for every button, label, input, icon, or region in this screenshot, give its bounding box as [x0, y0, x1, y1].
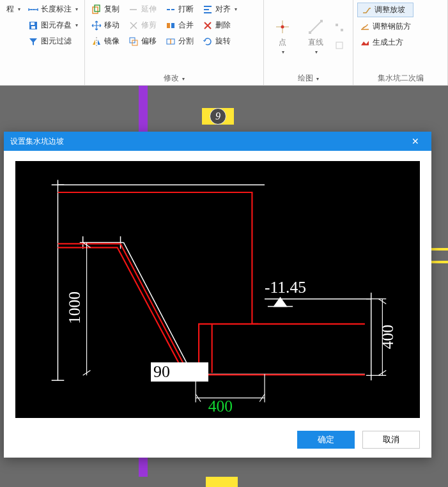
disk-icon — [28, 20, 38, 31]
svg-rect-1 — [31, 22, 35, 25]
adjust-rebar-button[interactable]: 调整钢筋方 — [357, 20, 413, 33]
ruler-icon — [28, 4, 38, 15]
split-icon — [166, 36, 176, 47]
ribbon-group-tools: 程▾ 长度标注▾ 图元存盘▾ 图元过滤 — [0, 0, 85, 85]
trim-icon — [128, 20, 139, 31]
misc-draw-icon-1[interactable] — [334, 22, 344, 33]
dim-bottom-width: 400 — [208, 397, 233, 415]
rotate-icon — [203, 36, 213, 47]
split-button[interactable]: 分割 — [163, 35, 196, 48]
group-label-draw: 绘图 ▾ — [268, 70, 349, 85]
close-icon: ✕ — [412, 136, 419, 146]
earth-icon — [360, 38, 370, 48]
rotate-button[interactable]: 旋转 — [200, 35, 240, 48]
dim-level: -11.45 — [265, 278, 306, 297]
svg-rect-4 — [95, 5, 100, 12]
merge-button[interactable]: 合并 — [163, 19, 196, 32]
bottom-strip — [0, 477, 448, 487]
chevron-down-icon: ▾ — [18, 6, 20, 12]
group-label-sump: 集水坑二次编 — [357, 70, 444, 85]
slope-icon — [362, 5, 372, 15]
dialog-footer: 确定 取消 — [4, 424, 431, 458]
svg-rect-15 — [336, 42, 343, 49]
ok-button[interactable]: 确定 — [297, 431, 355, 449]
dialog-titlebar: 设置集水坑边坡 ✕ — [4, 132, 431, 151]
section-drawing[interactable]: 1000 400 400 -11.45 — [15, 161, 420, 418]
dim-right-depth: 400 — [378, 325, 397, 349]
funnel-icon — [28, 36, 38, 47]
rebar-icon — [360, 22, 370, 32]
group-label-modify: 修改 ▾ — [89, 70, 259, 85]
extend-button: 延伸 — [126, 3, 159, 16]
mirror-icon — [91, 36, 102, 47]
dialog-title: 设置集水坑边坡 — [10, 136, 64, 147]
dim-left-depth: 1000 — [65, 291, 84, 324]
break-button[interactable]: 打断 — [163, 3, 196, 16]
filter-element-button[interactable]: 图元过滤 — [26, 35, 81, 48]
copy-button[interactable]: 复制 — [89, 3, 122, 16]
adjust-slope-button[interactable]: 调整放坡 — [357, 3, 413, 17]
merge-icon — [166, 20, 176, 31]
line-button[interactable]: 直线 ▾ — [301, 18, 330, 55]
chevron-down-icon: ▾ — [75, 22, 78, 28]
point-icon — [274, 18, 291, 36]
offset-icon — [128, 36, 139, 47]
delete-button[interactable]: 删除 — [200, 19, 240, 32]
cancel-button[interactable]: 取消 — [362, 431, 420, 449]
dialog-close-button[interactable]: ✕ — [406, 132, 425, 151]
align-button[interactable]: 对齐▾ — [200, 3, 240, 16]
svg-rect-12 — [320, 20, 323, 22]
ribbon-group-sump: 调整放坡 调整钢筋方 生成土方 集水坑二次编 — [353, 0, 448, 85]
chevron-down-icon: ▾ — [282, 49, 284, 55]
generate-earth-button[interactable]: 生成土方 — [357, 36, 413, 49]
line-icon — [307, 18, 325, 36]
move-button[interactable]: 移动 — [89, 19, 122, 32]
chevron-down-icon: ▾ — [315, 49, 318, 55]
misc-draw-icon-2[interactable] — [334, 40, 344, 50]
chevron-down-icon: ▾ — [235, 6, 237, 12]
svg-rect-2 — [31, 26, 35, 29]
svg-point-10 — [281, 26, 284, 29]
svg-rect-8 — [171, 23, 174, 28]
svg-rect-3 — [93, 7, 98, 13]
ribbon-group-modify: 复制 移动 镜像 延伸 修剪 偏移 打断 合并 分割 对齐▾ 删除 旋转 修改 … — [85, 0, 264, 85]
chevron-down-icon: ▾ — [75, 6, 78, 12]
section-svg: 1000 400 400 -11.45 — [15, 161, 420, 418]
dialog-body: 1000 400 400 -11.45 — [4, 151, 431, 424]
ribbon-toolbar: 程▾ 长度标注▾ 图元存盘▾ 图元过滤 — [0, 0, 448, 86]
save-element-button[interactable]: 图元存盘▾ — [26, 19, 81, 32]
svg-rect-11 — [309, 31, 311, 34]
move-icon — [91, 20, 102, 31]
cheng-button[interactable]: 程▾ — [4, 3, 23, 16]
offset-button[interactable]: 偏移 — [126, 35, 159, 48]
copy-icon — [91, 4, 102, 15]
chevron-down-icon: ▾ — [182, 76, 185, 82]
extend-icon — [128, 4, 139, 15]
align-icon — [203, 4, 213, 15]
break-icon — [166, 4, 176, 15]
svg-rect-13 — [336, 24, 338, 26]
ribbon-group-draw: 点 ▾ 直线 ▾ 绘图 ▾ — [264, 0, 353, 85]
group-label — [4, 81, 81, 85]
delete-icon — [203, 20, 213, 31]
point-button[interactable]: 点 ▾ — [268, 18, 297, 55]
svg-rect-14 — [341, 29, 343, 31]
axis-bubble: 9 — [210, 108, 226, 125]
slope-angle-input[interactable] — [151, 362, 208, 382]
trim-button: 修剪 — [126, 19, 159, 32]
length-dimension-button[interactable]: 长度标注▾ — [26, 3, 81, 16]
mirror-button[interactable]: 镜像 — [89, 35, 122, 48]
chevron-down-icon: ▾ — [316, 76, 319, 82]
svg-rect-7 — [167, 23, 170, 28]
slope-settings-dialog: 设置集水坑边坡 ✕ — [4, 132, 431, 458]
